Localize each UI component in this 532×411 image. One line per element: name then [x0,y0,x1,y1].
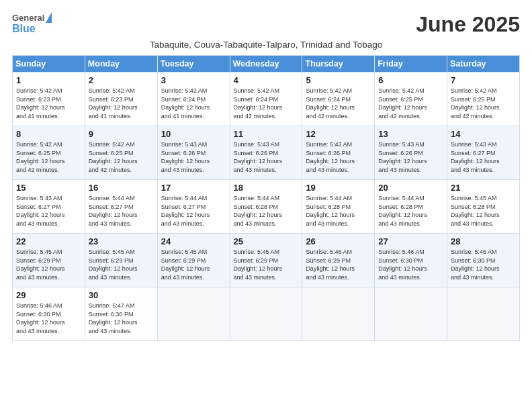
cell-text: Sunrise: 5:45 AM Sunset: 6:29 PM Dayligh… [161,248,226,281]
page: General Blue June 2025 Tabaquite, Couva-… [0,0,532,411]
day-number: 13 [378,129,443,139]
cell-text: Sunrise: 5:45 AM Sunset: 6:29 PM Dayligh… [234,248,299,281]
day-number: 16 [89,183,154,193]
cell-text: Sunrise: 5:43 AM Sunset: 6:27 PM Dayligh… [451,140,516,174]
logo-general: General [12,13,44,23]
logo-triangle-icon [46,12,52,23]
table-row: 24Sunrise: 5:45 AM Sunset: 6:29 PM Dayli… [157,234,230,287]
col-wednesday: Wednesday [230,56,302,73]
cell-text: Sunrise: 5:42 AM Sunset: 6:24 PM Dayligh… [234,87,299,120]
cell-text: Sunrise: 5:46 AM Sunset: 6:29 PM Dayligh… [306,248,371,281]
table-row: 26Sunrise: 5:46 AM Sunset: 6:29 PM Dayli… [302,234,375,287]
table-row: 13Sunrise: 5:43 AM Sunset: 6:26 PM Dayli… [375,126,447,180]
table-row: 21Sunrise: 5:45 AM Sunset: 6:28 PM Dayli… [447,180,520,234]
table-row: 2Sunrise: 5:42 AM Sunset: 6:23 PM Daylig… [85,73,157,126]
calendar-week-row: 15Sunrise: 5:43 AM Sunset: 6:27 PM Dayli… [13,180,520,234]
table-row: 17Sunrise: 5:44 AM Sunset: 6:27 PM Dayli… [157,180,230,234]
table-row [302,287,375,341]
day-number: 22 [16,236,81,246]
calendar-week-row: 8Sunrise: 5:42 AM Sunset: 6:25 PM Daylig… [13,126,520,180]
col-tuesday: Tuesday [157,56,230,73]
cell-text: Sunrise: 5:43 AM Sunset: 6:26 PM Dayligh… [234,140,299,174]
cell-text: Sunrise: 5:45 AM Sunset: 6:29 PM Dayligh… [16,248,81,281]
table-row: 1Sunrise: 5:42 AM Sunset: 6:23 PM Daylig… [13,73,85,126]
table-row: 14Sunrise: 5:43 AM Sunset: 6:27 PM Dayli… [447,126,520,180]
day-number: 14 [451,129,516,139]
cell-text: Sunrise: 5:46 AM Sunset: 6:30 PM Dayligh… [16,302,81,335]
table-row: 6Sunrise: 5:42 AM Sunset: 6:25 PM Daylig… [375,73,447,126]
calendar-week-row: 1Sunrise: 5:42 AM Sunset: 6:23 PM Daylig… [13,73,520,126]
day-number: 21 [451,183,516,193]
day-number: 26 [306,236,371,246]
table-row: 20Sunrise: 5:44 AM Sunset: 6:28 PM Dayli… [375,180,447,234]
day-number: 15 [16,183,81,193]
logo-blue: Blue [12,23,36,35]
month-title: June 2025 [416,12,520,37]
day-number: 30 [89,290,154,300]
table-row [230,287,302,341]
table-row: 30Sunrise: 5:47 AM Sunset: 6:30 PM Dayli… [85,287,157,341]
day-number: 8 [16,129,81,139]
cell-text: Sunrise: 5:42 AM Sunset: 6:25 PM Dayligh… [451,87,516,120]
table-row: 29Sunrise: 5:46 AM Sunset: 6:30 PM Dayli… [13,287,85,341]
calendar-header-row: Sunday Monday Tuesday Wednesday Thursday… [13,56,520,73]
table-row: 22Sunrise: 5:45 AM Sunset: 6:29 PM Dayli… [13,234,85,287]
col-sunday: Sunday [13,56,85,73]
day-number: 4 [234,75,299,85]
table-row: 23Sunrise: 5:45 AM Sunset: 6:29 PM Dayli… [85,234,157,287]
day-number: 29 [16,290,81,300]
table-row: 7Sunrise: 5:42 AM Sunset: 6:25 PM Daylig… [447,73,520,126]
cell-text: Sunrise: 5:44 AM Sunset: 6:28 PM Dayligh… [234,194,299,228]
day-number: 28 [451,236,516,246]
col-friday: Friday [375,56,447,73]
col-monday: Monday [85,56,157,73]
cell-text: Sunrise: 5:42 AM Sunset: 6:25 PM Dayligh… [378,87,443,120]
table-row: 8Sunrise: 5:42 AM Sunset: 6:25 PM Daylig… [13,126,85,180]
table-row: 28Sunrise: 5:46 AM Sunset: 6:30 PM Dayli… [447,234,520,287]
day-number: 24 [161,236,226,246]
day-number: 11 [234,129,299,139]
calendar: Sunday Monday Tuesday Wednesday Thursday… [12,55,520,341]
day-number: 27 [378,236,443,246]
table-row: 25Sunrise: 5:45 AM Sunset: 6:29 PM Dayli… [230,234,302,287]
table-row: 18Sunrise: 5:44 AM Sunset: 6:28 PM Dayli… [230,180,302,234]
table-row: 12Sunrise: 5:43 AM Sunset: 6:26 PM Dayli… [302,126,375,180]
cell-text: Sunrise: 5:42 AM Sunset: 6:24 PM Dayligh… [161,87,226,120]
col-thursday: Thursday [302,56,375,73]
cell-text: Sunrise: 5:42 AM Sunset: 6:24 PM Dayligh… [306,87,371,120]
cell-text: Sunrise: 5:46 AM Sunset: 6:30 PM Dayligh… [378,248,443,281]
header: General Blue June 2025 [12,12,520,37]
day-number: 2 [89,75,154,85]
subtitle: Tabaquite, Couva-Tabaquite-Talparo, Trin… [12,40,520,50]
day-number: 18 [234,183,299,193]
day-number: 7 [451,75,516,85]
day-number: 12 [306,129,371,139]
day-number: 3 [161,75,226,85]
cell-text: Sunrise: 5:44 AM Sunset: 6:27 PM Dayligh… [161,194,226,228]
day-number: 20 [378,183,443,193]
cell-text: Sunrise: 5:45 AM Sunset: 6:29 PM Dayligh… [89,248,154,281]
day-number: 10 [161,129,226,139]
cell-text: Sunrise: 5:43 AM Sunset: 6:26 PM Dayligh… [378,140,443,174]
table-row: 9Sunrise: 5:42 AM Sunset: 6:25 PM Daylig… [85,126,157,180]
day-number: 17 [161,183,226,193]
cell-text: Sunrise: 5:45 AM Sunset: 6:28 PM Dayligh… [451,194,516,228]
cell-text: Sunrise: 5:43 AM Sunset: 6:26 PM Dayligh… [306,140,371,174]
day-number: 1 [16,75,81,85]
table-row [375,287,447,341]
cell-text: Sunrise: 5:44 AM Sunset: 6:28 PM Dayligh… [306,194,371,228]
cell-text: Sunrise: 5:47 AM Sunset: 6:30 PM Dayligh… [89,302,154,335]
day-number: 23 [89,236,154,246]
table-row: 15Sunrise: 5:43 AM Sunset: 6:27 PM Dayli… [13,180,85,234]
cell-text: Sunrise: 5:44 AM Sunset: 6:28 PM Dayligh… [378,194,443,228]
table-row: 5Sunrise: 5:42 AM Sunset: 6:24 PM Daylig… [302,73,375,126]
calendar-week-row: 29Sunrise: 5:46 AM Sunset: 6:30 PM Dayli… [13,287,520,341]
cell-text: Sunrise: 5:43 AM Sunset: 6:27 PM Dayligh… [16,194,81,228]
table-row: 11Sunrise: 5:43 AM Sunset: 6:26 PM Dayli… [230,126,302,180]
cell-text: Sunrise: 5:43 AM Sunset: 6:26 PM Dayligh… [161,140,226,174]
table-row: 4Sunrise: 5:42 AM Sunset: 6:24 PM Daylig… [230,73,302,126]
table-row: 19Sunrise: 5:44 AM Sunset: 6:28 PM Dayli… [302,180,375,234]
day-number: 19 [306,183,371,193]
day-number: 25 [234,236,299,246]
col-saturday: Saturday [447,56,520,73]
